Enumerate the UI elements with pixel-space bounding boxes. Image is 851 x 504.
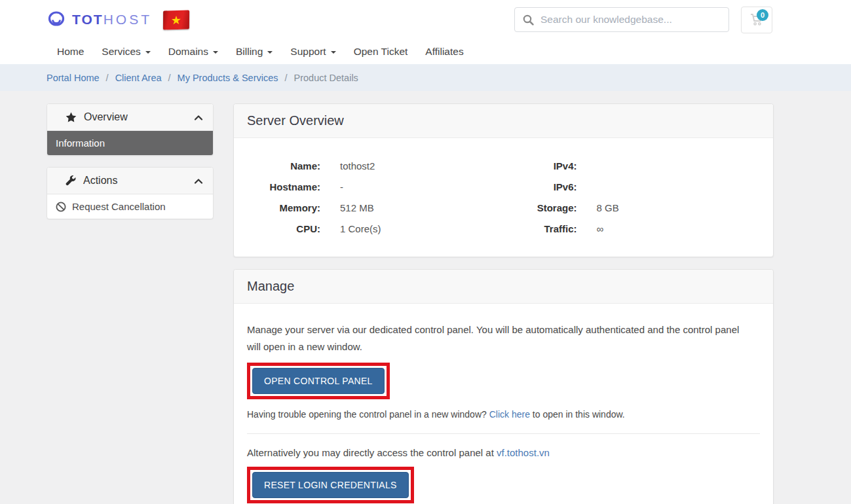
cart-count-badge: 0 — [757, 9, 768, 21]
nav-label: Open Ticket — [354, 46, 408, 58]
breadcrumb-my-products[interactable]: My Products & Services — [178, 73, 278, 83]
field-label: IPv4: — [504, 160, 577, 171]
sidebar-item-request-cancellation[interactable]: Request Cancellation — [47, 194, 213, 219]
star-icon — [66, 112, 77, 122]
actions-panel-list: Request Cancellation — [47, 194, 213, 219]
search-input[interactable] — [540, 14, 721, 26]
ban-icon — [56, 202, 66, 212]
caret-down-icon — [145, 51, 151, 54]
server-fields-left: Name: tothost2 Hostname: - Memory: 512 M… — [247, 157, 504, 241]
field-traffic: Traffic: ∞ — [504, 220, 761, 241]
knowledgebase-search — [514, 7, 729, 32]
field-value: ∞ — [597, 223, 604, 234]
server-overview-body: Name: tothost2 Hostname: - Memory: 512 M… — [234, 138, 773, 257]
field-hostname: Hostname: - — [247, 178, 504, 199]
breadcrumb-portal-home[interactable]: Portal Home — [47, 73, 100, 83]
actions-panel: Actions Request Cancellation — [47, 167, 214, 219]
overview-panel: Overview Information — [47, 103, 214, 156]
site-header: TOT HOST ★ — [0, 0, 851, 64]
nav-label: Support — [290, 46, 326, 58]
sidebar-item-label: Information — [56, 137, 105, 149]
nav-item-domains[interactable]: Domains — [168, 46, 218, 58]
breadcrumb-separator: / — [106, 73, 109, 83]
annotation-highlight-open-control-panel: OPEN CONTROL PANEL — [247, 363, 390, 399]
alt-prefix: Alternatively you may directly access th… — [247, 447, 497, 458]
trouble-text: Having trouble opening the control panel… — [247, 409, 760, 420]
nav-item-affiliates[interactable]: Affiliates — [425, 46, 463, 58]
field-label: Name: — [247, 160, 320, 171]
nav-item-home[interactable]: Home — [57, 46, 84, 58]
open-control-panel-button[interactable]: OPEN CONTROL PANEL — [252, 368, 385, 394]
click-here-link[interactable]: Click here — [489, 409, 530, 420]
nav-label: Domains — [168, 46, 208, 58]
actions-panel-header[interactable]: Actions — [47, 168, 213, 194]
tothost-logo[interactable]: TOT HOST ★ — [47, 10, 189, 29]
overview-panel-title: Overview — [84, 111, 128, 123]
control-panel-url-link[interactable]: vf.tothost.vn — [497, 447, 550, 458]
reset-login-credentials-button[interactable]: RESET LOGIN CREDENTIALS — [252, 472, 409, 498]
annotation-highlight-reset-login-credentials: RESET LOGIN CREDENTIALS — [247, 467, 414, 503]
nav-item-billing[interactable]: Billing — [236, 46, 273, 58]
nav-item-support[interactable]: Support — [290, 46, 335, 58]
server-overview-card: Server Overview Name: tothost2 Hostname:… — [233, 103, 774, 257]
server-fields: Name: tothost2 Hostname: - Memory: 512 M… — [247, 154, 760, 247]
field-storage: Storage: 8 GB — [504, 199, 761, 220]
search-icon — [523, 14, 534, 26]
chevron-up-icon[interactable] — [194, 178, 203, 184]
overview-panel-header[interactable]: Overview — [47, 104, 213, 130]
flag-star: ★ — [171, 14, 181, 26]
sidebar-item-label: Request Cancellation — [72, 201, 166, 212]
field-cpu: CPU: 1 Core(s) — [247, 220, 504, 241]
vietnam-flag-icon: ★ — [163, 10, 189, 29]
breadcrumb-separator: / — [168, 73, 171, 83]
field-value: - — [340, 181, 343, 192]
caret-down-icon — [267, 51, 273, 54]
manage-card: Manage Manage your server via our dedica… — [233, 269, 774, 504]
cart-button[interactable]: 0 — [741, 7, 772, 33]
wrench-icon — [66, 175, 76, 186]
content-area: Overview Information — [0, 91, 774, 504]
field-label: IPv6: — [504, 181, 577, 192]
server-fields-right: IPv4: IPv6: Storage: 8 GB Traffic: — [504, 157, 761, 241]
field-label: Traffic: — [504, 223, 577, 234]
sidebar-item-information[interactable]: Information — [47, 131, 213, 155]
section-divider — [247, 433, 760, 434]
breadcrumb-separator: / — [285, 73, 288, 83]
actions-panel-title: Actions — [83, 175, 117, 187]
nav-label: Home — [57, 46, 84, 58]
caret-down-icon — [213, 51, 218, 54]
nav-label: Billing — [236, 46, 263, 58]
field-label: Storage: — [504, 202, 577, 213]
chevron-up-icon[interactable] — [194, 115, 203, 120]
breadcrumb-product-details: Product Details — [294, 73, 358, 83]
nav-item-open-ticket[interactable]: Open Ticket — [354, 46, 408, 58]
trouble-prefix: Having trouble opening the control panel… — [247, 409, 489, 420]
header-top: TOT HOST ★ — [0, 0, 851, 39]
overview-panel-list: Information — [47, 130, 213, 155]
sidebar: Overview Information — [47, 103, 214, 230]
field-value: tothost2 — [340, 160, 375, 171]
logo-text-bold: TOT — [72, 12, 104, 27]
field-label: CPU: — [247, 223, 320, 234]
field-ipv4: IPv4: — [504, 157, 761, 178]
breadcrumb: Portal Home / Client Area / My Products … — [0, 64, 851, 91]
nav-label: Services — [102, 46, 140, 58]
logo-text: TOT HOST — [72, 12, 152, 27]
header-right: 0 — [514, 7, 772, 33]
field-label: Hostname: — [247, 181, 320, 192]
breadcrumb-client-area[interactable]: Client Area — [115, 73, 162, 83]
field-memory: Memory: 512 MB — [247, 199, 504, 220]
tothost-logo-icon — [47, 11, 66, 28]
main-nav: Home Services Domains Billing Support Op… — [0, 39, 851, 64]
manage-description: Manage your server via our dedicated con… — [247, 321, 753, 355]
field-value: 8 GB — [597, 202, 619, 213]
nav-item-services[interactable]: Services — [102, 46, 150, 58]
alternative-access-text: Alternatively you may directly access th… — [247, 447, 760, 458]
field-label: Memory: — [247, 202, 320, 213]
main-column: Server Overview Name: tothost2 Hostname:… — [233, 103, 774, 504]
manage-title: Manage — [234, 270, 773, 304]
field-value: 512 MB — [340, 202, 374, 213]
manage-body: Manage your server via our dedicated con… — [234, 304, 773, 504]
field-ipv6: IPv6: — [504, 178, 761, 199]
nav-label: Affiliates — [425, 46, 463, 58]
